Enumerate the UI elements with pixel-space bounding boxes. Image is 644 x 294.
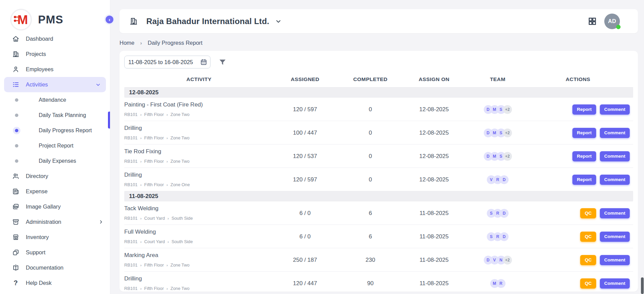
chevron-right-icon: › <box>140 216 142 220</box>
qc-button[interactable]: QC <box>580 208 596 218</box>
breadcrumb-home[interactable]: Home <box>119 40 134 46</box>
storefront-icon <box>12 233 20 241</box>
completed-value: 6 <box>336 233 404 240</box>
user-menu[interactable]: AD <box>604 14 620 29</box>
assigned-value: 6 / 0 <box>274 210 336 217</box>
chevron-right-icon: › <box>140 159 142 163</box>
col-assigned: ASSIGNED <box>274 76 336 82</box>
table-row[interactable]: Drilling RB101›Fifth Floor›Zone One 120 … <box>124 168 633 191</box>
sidebar-item-daily-progress-report[interactable]: Daily Progress Report <box>0 123 110 138</box>
table-row[interactable]: Tack Welding RB101›Court Yard›South Side… <box>124 201 633 225</box>
qc-button[interactable]: QC <box>580 278 596 289</box>
chevron-right-icon: › <box>140 40 142 46</box>
topbar-right: AD <box>588 14 628 29</box>
assigned-value: 120 / 447 <box>274 280 336 287</box>
comment-button[interactable]: Comment <box>600 232 630 242</box>
sidebar-item-administration[interactable]: Administration <box>0 214 110 230</box>
company-name: Raja Bahadur International Ltd. <box>146 17 269 26</box>
sidebar-item-project-report[interactable]: Project Report <box>0 138 110 153</box>
assign-on-date: 12-08-2025 <box>404 176 464 183</box>
sidebar-item-daily-expenses[interactable]: Daily Expenses <box>0 153 110 169</box>
vertical-scrollbar-thumb[interactable] <box>641 277 644 294</box>
book-icon <box>12 264 20 272</box>
sidebar-collapse-button[interactable]: ‹ <box>104 14 115 25</box>
report-button[interactable]: Report <box>572 151 596 161</box>
assign-on-date: 11-08-2025 <box>404 210 464 217</box>
home-icon <box>12 35 20 43</box>
team-avatars: MR <box>464 279 532 288</box>
col-assign-on: ASSIGN ON <box>404 76 464 82</box>
report-button[interactable]: Report <box>572 104 596 115</box>
sidebar-item-activities[interactable]: Activities <box>4 77 106 92</box>
comment-button[interactable]: Comment <box>600 128 630 138</box>
activity-title: Drilling <box>124 275 274 282</box>
report-button[interactable]: Report <box>572 128 596 138</box>
date-range-input[interactable] <box>124 56 210 68</box>
qc-button[interactable]: QC <box>580 255 596 265</box>
company-selector[interactable]: Raja Bahadur International Ltd. <box>129 17 282 26</box>
activity-title: Drilling <box>124 172 274 178</box>
chevron-right-icon: › <box>140 240 142 244</box>
bullet-icon <box>15 98 18 102</box>
comment-button[interactable]: Comment <box>600 104 630 115</box>
sidebar-item-directory[interactable]: Directory <box>0 169 110 184</box>
app-name: PMS <box>38 13 63 26</box>
sidebar-item-projects[interactable]: Projects <box>0 46 110 62</box>
group-date-header: 11-08-2025 <box>124 191 633 201</box>
activity-title: Tack Welding <box>124 205 274 212</box>
chevron-right-icon: › <box>166 136 168 140</box>
table-row[interactable]: Drilling RB101›Fifth Floor›Zone Two 120 … <box>124 272 633 292</box>
chevron-right-icon: › <box>168 240 169 244</box>
team-avatar: R <box>497 279 505 288</box>
qc-button[interactable]: QC <box>580 232 596 242</box>
chevron-right-icon: › <box>140 263 142 267</box>
comment-button[interactable]: Comment <box>600 255 630 265</box>
sidebar-item-inventory[interactable]: Inventory <box>0 230 110 245</box>
table-row[interactable]: Drilling RB101›Fifth Floor›Zone Two 100 … <box>124 121 633 144</box>
report-button[interactable]: Report <box>572 175 596 185</box>
table-row[interactable]: Marking Area RB101›Fifth Floor›Zone Two … <box>124 248 633 272</box>
daily-progress-report-page: PMS Dashboard Projects Employees Activit… <box>0 0 644 294</box>
bullet-icon <box>15 129 18 132</box>
comment-button[interactable]: Comment <box>600 208 630 218</box>
comment-button[interactable]: Comment <box>600 278 630 289</box>
team-avatar-overflow: +2 <box>503 129 512 137</box>
sidebar-item-help-desk[interactable]: ? Help Desk <box>0 275 110 291</box>
chevron-right-icon <box>98 219 104 225</box>
sidebar-item-attendance[interactable]: Attendance <box>0 92 110 107</box>
person-icon <box>12 65 20 74</box>
archive-icon <box>12 218 20 226</box>
sidebar-item-support[interactable]: Support <box>0 245 110 260</box>
assign-on-date: 12-08-2025 <box>404 153 464 160</box>
sidebar-item-employees[interactable]: Employees <box>0 62 110 77</box>
table-row[interactable]: Tie Rod Fixing RB101›Fifth Floor›Zone Tw… <box>124 144 633 168</box>
team-avatar-overflow: +2 <box>503 152 512 161</box>
chevron-right-icon: › <box>166 113 168 117</box>
chevron-right-icon: › <box>140 136 142 140</box>
team-avatar-overflow: +2 <box>503 105 512 114</box>
activity-location: RB101›Fifth Floor›Zone Two <box>124 262 274 268</box>
filter-funnel-icon[interactable] <box>218 58 227 66</box>
people-icon <box>12 172 20 180</box>
comment-button[interactable]: Comment <box>600 175 630 185</box>
sidebar: PMS Dashboard Projects Employees Activit… <box>0 0 110 294</box>
assign-on-date: 12-08-2025 <box>404 130 464 136</box>
sidebar-item-expense[interactable]: Expense <box>0 184 110 199</box>
apps-grid-icon[interactable] <box>588 17 597 26</box>
sidebar-item-dashboard[interactable]: Dashboard <box>0 31 110 46</box>
sidebar-item-daily-task-planning[interactable]: Daily Task Planning <box>0 107 110 123</box>
sidebar-item-documentation[interactable]: Documentation <box>0 260 110 275</box>
chevron-right-icon: › <box>166 287 168 291</box>
team-avatar: D <box>500 232 509 241</box>
app-logo[interactable]: PMS <box>0 0 110 31</box>
gallery-icon <box>12 203 20 211</box>
chevron-right-icon: › <box>140 113 142 117</box>
table-row[interactable]: Full Welding RB101›Court Yard›South Side… <box>124 225 633 248</box>
activity-title: Painting - First Coat (Fire Red) <box>124 101 274 108</box>
comment-button[interactable]: Comment <box>600 151 630 161</box>
table-row[interactable]: Painting - First Coat (Fire Red) RB101›F… <box>124 98 633 121</box>
sidebar-item-image-gallary[interactable]: Image Gallary <box>0 199 110 214</box>
completed-value: 0 <box>336 106 404 113</box>
activity-location: RB101›Court Yard›South Side <box>124 216 274 221</box>
assigned-value: 120 / 537 <box>274 153 336 160</box>
